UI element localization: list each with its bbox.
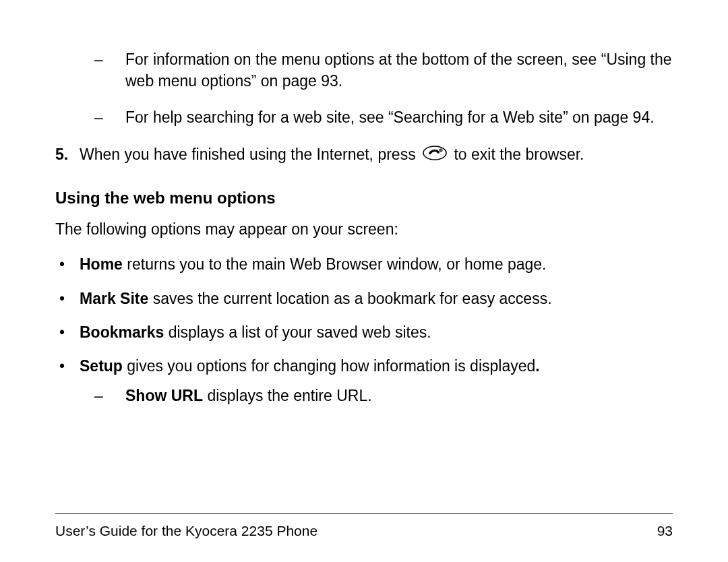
bullet-marker: • (59, 321, 80, 343)
definition: displays a list of your saved web sites. (164, 323, 431, 341)
step-text-before: When you have finished using the Interne… (80, 146, 420, 163)
page-number: 93 (657, 521, 673, 540)
term: Mark Site (80, 290, 148, 307)
term: Bookmarks (80, 323, 164, 341)
bullet-item: • Mark Site saves the current location a… (55, 288, 673, 309)
bullet-item: • Home returns you to the main Web Brows… (55, 253, 673, 275)
step-text: When you have finished using the Interne… (80, 144, 673, 166)
definition: gives you options for changing how infor… (123, 357, 535, 375)
dash-marker: – (94, 106, 125, 128)
definition: displays the entire URL. (203, 387, 372, 404)
definition: saves the current location as a bookmark… (148, 290, 551, 307)
step-text-after: to exit the browser. (450, 146, 584, 163)
page-content: – For information on the menu options at… (55, 49, 673, 406)
sub-list-item: – For help searching for a web site, see… (55, 106, 673, 128)
dash-marker: – (94, 49, 125, 92)
sub-list-text: For help searching for a web site, see “… (125, 106, 673, 128)
numbered-step: 5. When you have finished using the Inte… (55, 144, 673, 166)
dash-marker: – (94, 385, 125, 406)
bullet-text: Mark Site saves the current location as … (80, 288, 673, 309)
page-footer: User’s Guide for the Kyocera 2235 Phone … (55, 513, 673, 540)
step-number: 5. (55, 144, 80, 166)
sub-list-item: – For information on the menu options at… (55, 49, 673, 92)
footer-title: User’s Guide for the Kyocera 2235 Phone (55, 521, 317, 540)
bullet-item: • Bookmarks displays a list of your save… (55, 321, 673, 343)
bullet-marker: • (59, 253, 80, 275)
definition: returns you to the main Web Browser wind… (123, 255, 547, 273)
bullet-text: Setup gives you options for changing how… (80, 355, 673, 377)
svg-point-0 (423, 146, 446, 160)
bullet-marker: • (59, 355, 80, 377)
term: Home (80, 255, 123, 273)
intro-text: The following options may appear on your… (55, 218, 673, 240)
sub-list-item: – Show URL displays the entire URL. (55, 385, 673, 406)
term: Show URL (125, 387, 203, 404)
bullet-marker: • (59, 288, 80, 309)
end-call-icon (423, 144, 447, 166)
bullet-text: Bookmarks displays a list of your saved … (80, 321, 673, 343)
term: Setup (80, 357, 123, 375)
bullet-text: Home returns you to the main Web Browser… (80, 253, 673, 275)
sub-list-text: For information on the menu options at t… (125, 49, 673, 92)
section-heading: Using the web menu options (55, 187, 673, 210)
bullet-item: • Setup gives you options for changing h… (55, 355, 673, 377)
sub-list-text: Show URL displays the entire URL. (125, 385, 673, 406)
trailing-punct: . (535, 357, 539, 375)
